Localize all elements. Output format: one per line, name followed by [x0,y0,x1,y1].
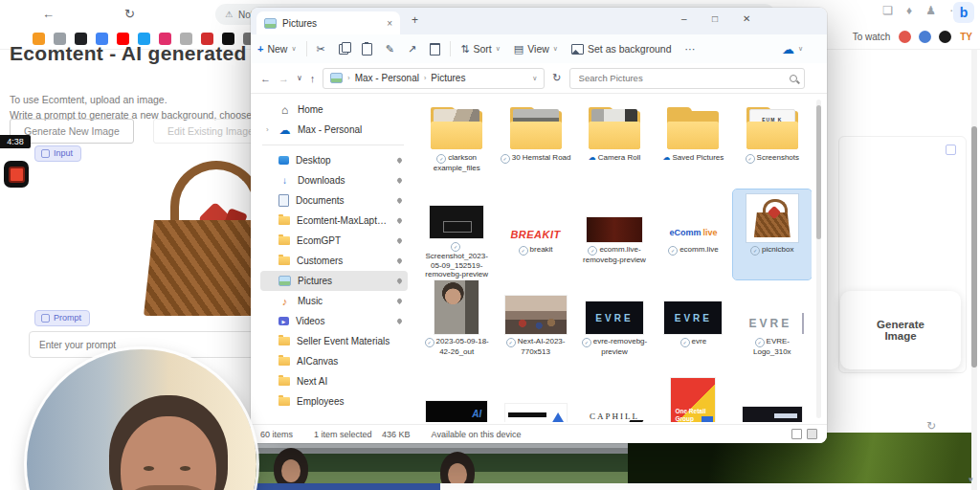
file-2023-05-09-18-42-26-out[interactable]: ✓2023-05-09-18-42-26_out [417,281,496,371]
folder-icon [278,377,290,386]
file-30-hemstal-road[interactable]: ✓30 Hemstal Road [496,98,574,188]
browser-reload-icon[interactable]: ↻ [124,0,135,29]
nav-back-icon[interactable]: ← [260,73,271,84]
file-evre-logo-310x[interactable]: EVRE✓EVRE-Logo_310x [733,281,812,371]
sidebar-item-max-personal[interactable]: ›Max - Personal [260,120,408,140]
extension-icon[interactable]: ❏ [882,4,893,17]
breadcrumb-root[interactable]: Max - Personal [355,73,419,83]
close-button[interactable]: ✕ [743,13,750,24]
photo-person [440,452,475,483]
generate-image-button[interactable]: Generate Image [840,291,961,369]
view-button[interactable]: ▤ View ∨ [507,43,565,56]
sidebar-item-ecomtent-maxlaptop[interactable]: Ecomtent-MaxLaptop [260,211,408,231]
sidebar-item-ecomgpt[interactable]: EcomGPT [260,231,408,251]
breadcrumb-current[interactable]: Pictures [431,73,465,83]
paste-button[interactable] [355,43,379,56]
extension-icons[interactable]: ❏ ♦ ♟ ⋯ [882,4,961,17]
delete-button[interactable] [423,43,447,56]
file-clarkson-example-files[interactable]: ✓clarkson example_files [417,98,496,188]
input-chip-icon [41,149,50,158]
browser-back-icon[interactable]: ← [42,0,55,29]
file-ecomm-live[interactable]: eCommlive✓ecomm.live [654,189,732,279]
nav-up-icon[interactable]: ↑ [310,73,316,84]
synced-status-icon: ✓ [755,338,765,347]
tab-close-icon[interactable]: × [387,18,392,29]
sidebar-item-employees[interactable]: Employees [260,391,408,412]
sidebar-item-desktop[interactable]: Desktop [260,150,408,170]
expand-icon[interactable] [946,145,956,155]
search-input[interactable] [577,72,790,84]
favicon[interactable] [899,31,911,43]
file-screenshots[interactable]: EUM K✓Screenshots [733,98,812,188]
nav-recent-icon[interactable]: ∨ [297,74,302,82]
image-thumbnail [430,206,483,238]
recording-control[interactable] [4,161,29,188]
file-ecomm-live-removebg-preview[interactable]: ✓ecomm.live-removebg-preview [575,189,654,279]
maximize-button[interactable]: □ [712,13,718,24]
refresh-icon[interactable]: ↻ [552,72,561,84]
sidebar-item-home[interactable]: Home [260,100,408,120]
file-unnamed[interactable]: One Retail Group [654,373,732,422]
folder-icon [665,106,721,150]
sidebar-item-seller-event-materials[interactable]: Seller Event Materials [260,331,408,351]
file-unnamed[interactable] [733,373,812,422]
nav-forward-icon[interactable]: → [278,73,289,84]
page-refresh-icon[interactable]: ↻ [926,419,936,433]
new-button[interactable]: + New ∨ [251,43,303,55]
file-unnamed[interactable]: AI [417,373,496,422]
file-picnicbox[interactable]: ✓picnicbox [733,189,812,279]
copy-button[interactable] [332,44,355,55]
set-as-background-button[interactable]: Set as background [565,43,679,55]
page-scroll-down-icon[interactable]: ▾ [969,475,973,484]
file-evre[interactable]: EVRE✓evre [654,281,732,371]
sort-button[interactable]: ⇅ Sort ∨ [454,43,507,56]
sidebar-item-downloads[interactable]: Downloads [260,170,408,190]
cloud-status-icon: ☁ [589,153,596,162]
file-camera-roll[interactable]: ☁Camera Roll [575,98,654,188]
search-box[interactable] [569,68,805,89]
file-thumbnail: EVRE [664,284,722,334]
file-name: ✓EVRE-Logo_310x [736,337,809,357]
breadcrumb[interactable]: › Max - Personal › Pictures ∨ [323,68,545,89]
sidebar-item-videos[interactable]: Videos [260,311,408,331]
explorer-sidebar: Home›Max - PersonalDesktopDownloadsDocum… [251,94,415,424]
profile-initials[interactable]: TY [960,32,972,42]
image-thumbnail [587,217,642,242]
pin-icon [396,177,403,184]
browser-brand-icon[interactable]: b [953,2,974,23]
file-unnamed[interactable]: CAPHILL [575,373,654,422]
bookmark-folder-to-watch[interactable]: To watch [853,32,890,42]
extension-icon[interactable]: ♟ [925,4,936,17]
extension-icon[interactable]: ♦ [906,4,912,17]
folder-icon [278,256,290,265]
onedrive-button[interactable]: ☁ ∨ [775,42,810,56]
file-unnamed[interactable] [496,373,574,422]
sidebar-item-music[interactable]: Music [260,291,408,311]
sidebar-item-documents[interactable]: Documents [260,190,408,211]
page-scrollbar-thumb[interactable] [971,126,977,368]
stop-recording-button[interactable] [9,167,25,183]
sidebar-item-customers[interactable]: Customers [260,251,408,271]
explorer-tab-pictures[interactable]: Pictures × [256,11,400,34]
sidebar-item-label: Downloads [298,175,387,186]
favicon[interactable] [939,31,951,43]
sidebar-item-next-ai[interactable]: Next AI [260,371,408,391]
view-thumbnails-icon[interactable] [807,429,817,439]
favicon[interactable] [919,31,931,43]
minimize-button[interactable]: – [681,13,687,24]
rename-button[interactable]: ✎ [379,43,401,56]
view-details-icon[interactable] [791,429,802,439]
share-button[interactable]: ↗ [401,43,423,56]
explorer-scrollbar-thumb[interactable] [816,105,821,239]
new-tab-button[interactable]: + [412,13,418,27]
sidebar-item-pictures[interactable]: Pictures [260,271,408,291]
more-options-button[interactable]: ⋯ [679,43,702,56]
file-screenshot-2023-05-09-152519-removebg-preview[interactable]: ✓Screenshot_2023-05-09_152519-removebg-p… [417,189,496,279]
file-evre-removebg-preview[interactable]: EVRE✓evre-removebg-preview [575,281,654,371]
file-breakit[interactable]: BREAKIT✓breakit [496,189,574,279]
cut-button[interactable]: ✂ [310,43,332,56]
sidebar-item-aicanvas[interactable]: AICanvas [260,351,408,371]
webcam-overlay [27,349,256,490]
file-saved-pictures[interactable]: ☁Saved Pictures [654,98,732,188]
file-next-ai-2023-770x513[interactable]: ✓Next-AI-2023-770x513 [496,281,574,371]
